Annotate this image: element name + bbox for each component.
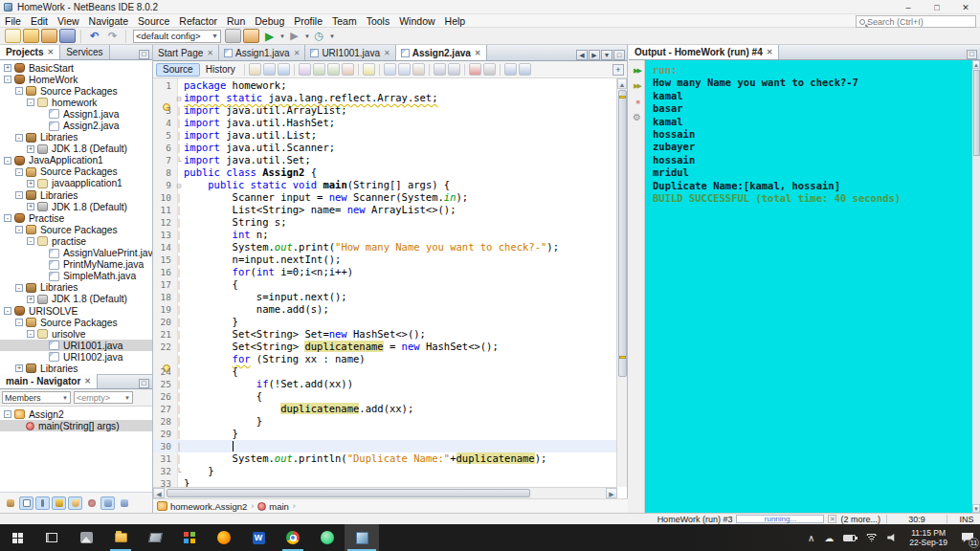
- menu-view[interactable]: View: [53, 15, 84, 27]
- expander-icon[interactable]: +: [27, 203, 34, 210]
- tab-services[interactable]: Services: [60, 45, 109, 59]
- volume-icon[interactable]: [887, 534, 897, 542]
- expander-icon[interactable]: -: [15, 87, 23, 95]
- project-tree-item-libraries[interactable]: +Libraries: [0, 363, 152, 374]
- expander-icon[interactable]: -: [4, 76, 11, 83]
- close-icon[interactable]: ✕: [384, 49, 390, 57]
- editor-horizontal-scrollbar[interactable]: ◀ ▶: [153, 487, 617, 498]
- menu-window[interactable]: Window: [394, 15, 439, 27]
- save-all-button[interactable]: [59, 29, 76, 43]
- navigator-tree-item-assign2[interactable]: -Assign2: [0, 408, 152, 420]
- taskbar-netbeans-button[interactable]: [345, 524, 379, 551]
- close-icon[interactable]: ✕: [207, 49, 213, 57]
- minimize-panel-button[interactable]: □: [967, 50, 977, 59]
- find-selection-icon[interactable]: [299, 63, 311, 76]
- shift-line-right-icon[interactable]: [448, 63, 460, 76]
- find-next-icon[interactable]: [313, 63, 325, 76]
- project-tree-item-simplemath-java[interactable]: +SimpleMath.java: [0, 271, 152, 282]
- members-combobox[interactable]: Members▼: [2, 391, 71, 404]
- tray-expand-icon[interactable]: ∧: [808, 533, 814, 543]
- taskbar-photos-button[interactable]: [69, 524, 103, 551]
- redo-button[interactable]: ↷: [104, 29, 121, 43]
- close-icon[interactable]: ✕: [475, 49, 481, 57]
- filter-sort-alpha-icon[interactable]: [100, 496, 115, 510]
- project-tree-item-javaapplication1[interactable]: -JavaApplication1: [0, 155, 152, 166]
- code-line-27[interactable]: 27│ duplicatename.add(xx);: [153, 403, 617, 415]
- menu-refactor[interactable]: Refactor: [174, 15, 222, 27]
- code-line-2[interactable]: ⊟import static java.lang.reflect.Array.s…: [153, 92, 617, 104]
- back-icon[interactable]: [263, 63, 276, 76]
- taskbar-word-button[interactable]: W: [241, 524, 276, 551]
- code-line-18[interactable]: 18│ s=input.next();: [153, 291, 617, 303]
- expander-icon[interactable]: -: [15, 284, 23, 292]
- status-more-label[interactable]: (2 more...): [840, 515, 880, 524]
- code-line-20[interactable]: 20│ }: [153, 316, 617, 328]
- expander-icon[interactable]: -: [15, 226, 23, 233]
- ant-settings-icon[interactable]: ⚙: [630, 110, 644, 123]
- project-tree-item-uri1001-java[interactable]: +URI1001.java: [0, 340, 152, 351]
- code-line-17[interactable]: 17│ {: [153, 278, 617, 291]
- expander-icon[interactable]: -: [4, 157, 11, 165]
- minimize-panel-button[interactable]: □: [139, 50, 149, 59]
- project-tree-item-homework[interactable]: -HomeWork: [0, 74, 152, 85]
- menu-team[interactable]: Team: [327, 15, 362, 27]
- code-line-33[interactable]: 33 }: [153, 477, 617, 487]
- code-line-5[interactable]: 5│import java.util.List;: [153, 129, 617, 142]
- editor-vertical-scrollbar[interactable]: ▲: [616, 78, 627, 487]
- project-tree-item-assign2-java[interactable]: +Assign2.java: [0, 120, 152, 131]
- find-previous-icon[interactable]: [327, 63, 340, 76]
- output-console[interactable]: run:How many Name you want to check?-7ka…: [645, 60, 972, 513]
- project-tree-item-assign1-java[interactable]: +Assign1.java: [0, 108, 152, 120]
- project-tree-item-jdk-1-8-default-[interactable]: +JDK 1.8 (Default): [0, 143, 152, 155]
- menu-run[interactable]: Run: [222, 15, 250, 27]
- code-line-6[interactable]: 6│import java.util.Scanner;: [153, 142, 617, 154]
- last-edit-icon[interactable]: [249, 63, 261, 76]
- code-line-15[interactable]: 15│ n=input.nextInt();: [153, 253, 617, 266]
- open-project-button[interactable]: [41, 29, 57, 43]
- action-center-button[interactable]: 11: [955, 524, 980, 551]
- expander-icon[interactable]: -: [4, 410, 11, 418]
- code-line-13[interactable]: 13│ int n;: [153, 229, 617, 241]
- clean-and-build-button[interactable]: [243, 29, 259, 43]
- scroll-tabs-right-button[interactable]: ▶: [589, 50, 600, 60]
- menu-tools[interactable]: Tools: [362, 15, 395, 27]
- expander-icon[interactable]: -: [15, 191, 23, 199]
- expander-icon[interactable]: -: [15, 134, 23, 142]
- scroll-left-arrow[interactable]: ◀: [153, 488, 165, 498]
- undo-button[interactable]: ↶: [86, 29, 102, 43]
- close-icon[interactable]: ✕: [84, 377, 91, 386]
- search-input[interactable]: [867, 17, 963, 27]
- toggle-highlight-icon[interactable]: [363, 63, 375, 76]
- split-editor-button[interactable]: +: [612, 64, 624, 76]
- profile-project-button[interactable]: ◷: [311, 29, 327, 43]
- shift-line-left-icon[interactable]: [434, 63, 446, 76]
- project-tree-item-jdk-1-8-default-[interactable]: +JDK 1.8 (Default): [0, 201, 152, 212]
- expander-icon[interactable]: +: [27, 180, 34, 187]
- taskbar-chrome-button[interactable]: [276, 524, 310, 551]
- menu-source[interactable]: Source: [133, 15, 174, 27]
- code-line-7[interactable]: 7└import java.util.Set;: [153, 154, 617, 166]
- scroll-tabs-left-button[interactable]: ◀: [576, 50, 588, 60]
- menu-profile[interactable]: Profile: [289, 15, 327, 27]
- debug-project-button[interactable]: ▶: [286, 29, 302, 43]
- project-tree-item-uri1002-java[interactable]: +URI1002.java: [0, 351, 152, 363]
- expander-icon[interactable]: -: [4, 307, 11, 315]
- scroll-up-arrow[interactable]: ▲: [617, 78, 627, 89]
- battery-icon[interactable]: [843, 535, 856, 541]
- project-tree-item-homework[interactable]: -homework: [0, 97, 152, 108]
- scrollbar-thumb[interactable]: [618, 90, 627, 377]
- source-view-button[interactable]: Source: [156, 63, 200, 77]
- expander-icon[interactable]: +: [27, 145, 34, 153]
- expander-icon[interactable]: +: [4, 64, 11, 72]
- taskbar-clock[interactable]: 11:15 PM 22-Sep-19: [909, 528, 947, 547]
- project-tree-item-urisolve[interactable]: -URISOLVE: [0, 305, 152, 317]
- new-project-button[interactable]: [23, 29, 39, 43]
- filter-fields-icon[interactable]: [19, 496, 33, 510]
- expander-icon[interactable]: -: [15, 168, 23, 176]
- stop-macro-icon[interactable]: [483, 63, 496, 76]
- filter-static-members-icon[interactable]: [35, 496, 50, 510]
- progress-bar[interactable]: running...: [736, 515, 824, 523]
- cancel-progress-icon[interactable]: ✕: [828, 515, 836, 523]
- taskbar-app-grid-button[interactable]: [172, 524, 207, 551]
- tab-projects[interactable]: Projects✕: [0, 45, 60, 59]
